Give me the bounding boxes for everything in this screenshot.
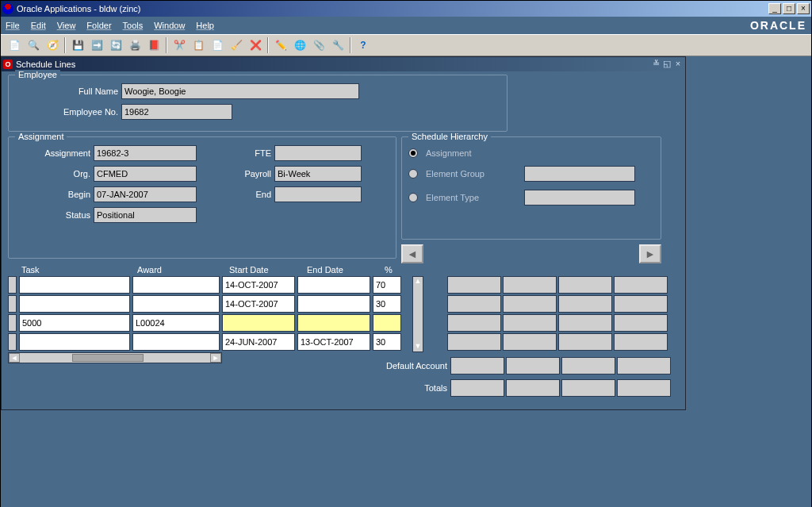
- full-name-field[interactable]: [121, 83, 359, 99]
- fte-field[interactable]: [274, 145, 362, 161]
- hierarchy-legend: Schedule Hierarchy: [408, 132, 491, 141]
- radio-element-group[interactable]: [408, 169, 418, 179]
- emp-no-label: Employee No.: [15, 107, 118, 117]
- minimize-button[interactable]: _: [768, 3, 781, 14]
- menu-edit[interactable]: Edit: [31, 21, 46, 30]
- menu-window[interactable]: Window: [154, 21, 185, 30]
- menu-file[interactable]: File: [6, 21, 20, 30]
- tb-cut-icon[interactable]: ✂️: [170, 36, 188, 54]
- pct-cell[interactable]: [373, 295, 401, 313]
- window-controls: _ □ ×: [768, 3, 810, 14]
- award-cell[interactable]: [132, 295, 220, 313]
- end-cell[interactable]: [297, 276, 370, 294]
- org-field[interactable]: [94, 166, 197, 182]
- tb-tools-icon[interactable]: 🔧: [329, 36, 347, 54]
- hscrollbar[interactable]: ◄ ►: [8, 352, 222, 363]
- pct-cell[interactable]: [373, 276, 401, 294]
- tb-copy-icon[interactable]: 📋: [190, 36, 207, 54]
- default-account-2[interactable]: [506, 357, 560, 374]
- element-group-field[interactable]: [524, 166, 635, 182]
- start-cell[interactable]: [222, 333, 295, 351]
- payroll-field[interactable]: [274, 166, 362, 182]
- hdr-start: Start Date: [229, 265, 302, 275]
- hdr-award: Award: [137, 265, 224, 275]
- tb-paste-icon[interactable]: 📄: [209, 36, 226, 54]
- award-cell[interactable]: [132, 333, 220, 351]
- menu-folder[interactable]: Folder: [86, 21, 111, 30]
- default-account-1[interactable]: [450, 357, 504, 374]
- hdr-task: Task: [21, 265, 132, 275]
- nav-next-button[interactable]: ►: [639, 244, 661, 263]
- start-cell[interactable]: [222, 276, 295, 294]
- totals-2[interactable]: [506, 379, 560, 397]
- element-type-field[interactable]: [524, 190, 635, 205]
- tb-next-icon[interactable]: ➡️: [88, 36, 105, 54]
- tb-find-icon[interactable]: 🔍: [25, 36, 42, 54]
- tb-close-icon[interactable]: 📕: [145, 36, 163, 54]
- menu-items: File Edit View Folder Tools Window Help: [6, 21, 214, 30]
- totals-1[interactable]: [450, 379, 504, 397]
- totals-4[interactable]: [617, 379, 671, 397]
- fte-label: FTE: [200, 148, 271, 158]
- java-icon: [2, 3, 13, 14]
- inner-close-icon[interactable]: ×: [672, 59, 684, 70]
- status-field[interactable]: [94, 207, 197, 223]
- menu-help[interactable]: Help: [196, 21, 214, 30]
- default-account-3[interactable]: [561, 357, 615, 374]
- tb-help-icon[interactable]: ?: [354, 36, 372, 54]
- default-account-label: Default Account: [352, 361, 447, 371]
- radio-assignment-label: Assignment: [426, 148, 471, 158]
- menu-tools[interactable]: Tools: [123, 21, 144, 30]
- end-field[interactable]: [274, 186, 362, 202]
- row-handle[interactable]: [8, 295, 17, 313]
- task-cell[interactable]: [19, 276, 130, 294]
- tb-nav-icon[interactable]: 🧭: [44, 36, 61, 54]
- pct-cell[interactable]: [373, 314, 401, 332]
- tb-save-icon[interactable]: 💾: [69, 36, 86, 54]
- oracle-logo: ORACLE: [750, 19, 806, 32]
- emp-no-field[interactable]: [121, 104, 232, 120]
- table-body: [8, 276, 412, 352]
- tb-print-icon[interactable]: 🖨️: [126, 36, 144, 54]
- award-cell[interactable]: [132, 314, 220, 332]
- row-handle[interactable]: [8, 333, 17, 351]
- toolbar: 📄 🔍 🧭 💾 ➡️ 🔄 🖨️ 📕 ✂️ 📋 📄 🧹 ❌ ✏️ 🌐 📎 🔧 ?: [1, 34, 811, 56]
- begin-field[interactable]: [94, 186, 197, 202]
- end-cell[interactable]: [297, 295, 370, 313]
- radio-element-type[interactable]: [408, 193, 418, 202]
- task-cell[interactable]: [19, 295, 130, 313]
- tb-attach-icon[interactable]: 📎: [310, 36, 327, 54]
- start-cell[interactable]: [222, 314, 295, 332]
- inner-restore-icon[interactable]: ◱: [661, 59, 672, 70]
- award-cell[interactable]: [132, 276, 220, 294]
- tb-switch-icon[interactable]: 🔄: [107, 36, 124, 54]
- tb-new-icon[interactable]: 📄: [6, 36, 23, 54]
- default-account-4[interactable]: [617, 357, 671, 374]
- hdr-pct: %: [385, 265, 413, 275]
- nav-prev-button[interactable]: ◄: [401, 244, 423, 263]
- totals-3[interactable]: [561, 379, 615, 397]
- tb-delete-icon[interactable]: ❌: [247, 36, 264, 54]
- task-cell[interactable]: [19, 333, 130, 351]
- totals-label: Totals: [352, 383, 447, 393]
- assignment-group: Assignment Assignment FTE Org. Payroll: [8, 136, 396, 259]
- vscrollbar[interactable]: ▲ ▼: [412, 276, 423, 352]
- task-cell[interactable]: [19, 314, 130, 332]
- row-handle[interactable]: [8, 276, 17, 294]
- assignment-field[interactable]: [94, 145, 197, 161]
- tb-translate-icon[interactable]: 🌐: [291, 36, 308, 54]
- row-handle[interactable]: [8, 314, 17, 332]
- radio-assignment[interactable]: [408, 148, 418, 158]
- inner-minimize-icon[interactable]: ≚: [650, 59, 661, 70]
- tb-edit-icon[interactable]: ✏️: [272, 36, 289, 54]
- menu-view[interactable]: View: [57, 21, 76, 30]
- inner-titlebar: O Schedule Lines ≚ ◱ ×: [2, 57, 685, 71]
- start-cell[interactable]: [222, 295, 295, 313]
- end-cell[interactable]: [297, 333, 370, 351]
- menubar: File Edit View Folder Tools Window Help …: [1, 17, 811, 34]
- maximize-button[interactable]: □: [783, 3, 795, 14]
- close-button[interactable]: ×: [797, 3, 810, 14]
- tb-clear-icon[interactable]: 🧹: [228, 36, 245, 54]
- pct-cell[interactable]: [373, 333, 401, 351]
- end-cell[interactable]: [297, 314, 370, 332]
